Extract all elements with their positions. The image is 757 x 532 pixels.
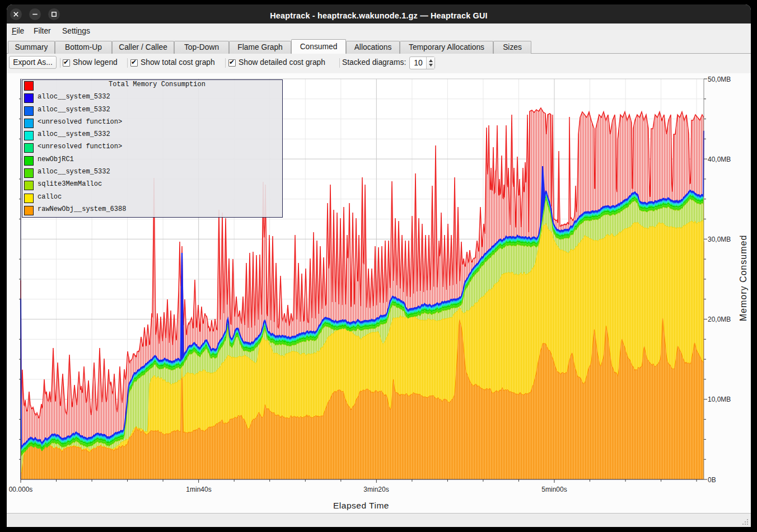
svg-text:1min40s: 1min40s: [186, 486, 211, 493]
svg-text:00.000s: 00.000s: [9, 486, 33, 493]
svg-text:20,0MB: 20,0MB: [708, 316, 731, 323]
svg-text:0B: 0B: [708, 476, 716, 484]
svg-text:5min00s: 5min00s: [541, 486, 567, 493]
svg-text:30,0MB: 30,0MB: [708, 236, 731, 243]
svg-text:3min20s: 3min20s: [363, 486, 389, 493]
svg-text:Memory Consumed: Memory Consumed: [739, 235, 748, 322]
svg-text:Elapsed Time: Elapsed Time: [333, 501, 389, 510]
svg-text:50,0MB: 50,0MB: [708, 76, 731, 83]
svg-text:40,0MB: 40,0MB: [708, 156, 731, 163]
svg-text:10,0MB: 10,0MB: [708, 396, 731, 403]
